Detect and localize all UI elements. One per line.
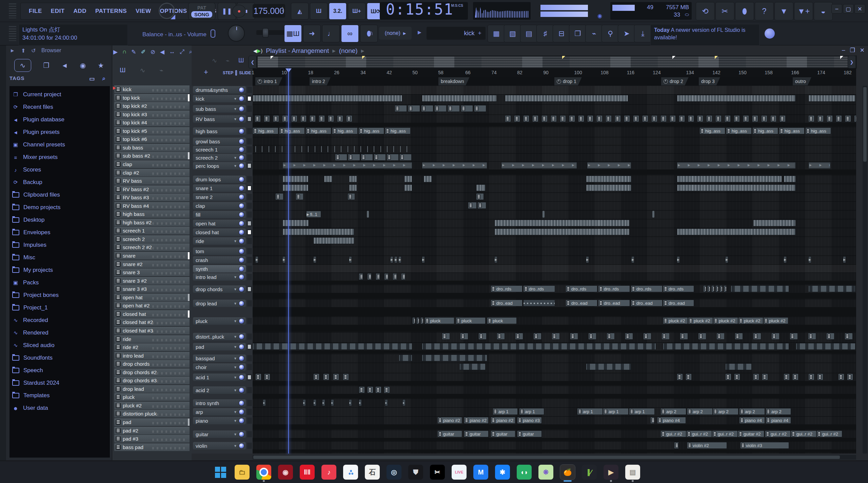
track-header-drop-chords[interactable]: drop chords▼ bbox=[192, 285, 252, 299]
clip[interactable]: ▶ bbox=[313, 256, 316, 263]
clip[interactable] bbox=[337, 115, 343, 122]
clip-hig-ass[interactable]: hig..ass bbox=[726, 127, 752, 134]
pat-label[interactable]: PAT bbox=[197, 5, 206, 11]
clip-guitar-2[interactable]: guitar #2 bbox=[738, 430, 764, 437]
track-lane-synth[interactable] bbox=[253, 265, 856, 273]
track-lane-tom[interactable] bbox=[253, 247, 856, 256]
clip-dro-ead[interactable]: dro..ead bbox=[491, 300, 522, 306]
pattern-top-kick[interactable]: top kick bbox=[114, 94, 190, 102]
globe-icon[interactable] bbox=[765, 28, 775, 39]
track-header-drop-lead[interactable]: drop lead▼ bbox=[192, 299, 252, 317]
track-lane-crash[interactable]: ▶▶▶▶▶▶▶▶▶▶▶▶▶▶▶▶ bbox=[253, 256, 856, 265]
track-dropdown-icon[interactable]: ▼ bbox=[234, 319, 237, 323]
track-dropdown-icon[interactable]: ▼ bbox=[234, 365, 237, 369]
track-header-guitar[interactable]: guitar▼ bbox=[192, 430, 252, 442]
clip[interactable] bbox=[253, 343, 412, 350]
clip[interactable] bbox=[313, 237, 354, 244]
track-lane-pad[interactable] bbox=[253, 343, 856, 354]
clip-arp-2[interactable]: arp 2 bbox=[687, 408, 713, 415]
step-toggle[interactable] bbox=[235, 70, 237, 76]
clip[interactable] bbox=[651, 115, 657, 122]
timeline-ruler[interactable]: 1101826344250586674829010010811612413414… bbox=[253, 68, 856, 78]
clip[interactable]: ▶ bbox=[282, 256, 285, 263]
track-header-clap[interactable]: clap bbox=[192, 202, 252, 210]
browser-item-misc[interactable]: Misc bbox=[12, 253, 107, 263]
clip[interactable] bbox=[686, 374, 692, 380]
clip[interactable] bbox=[313, 399, 316, 406]
track-led[interactable] bbox=[239, 418, 244, 424]
clip[interactable]: ▶ ▶ ▶ ▶ ▶ ▶ ▶ ▶ ▶ ▶ ▶ ▶ ▶ ▶ ▶ ▶ ▶ ▶ ▶ ▶ … bbox=[808, 162, 831, 169]
browser-item-recent-files[interactable]: ⟳Recent files bbox=[12, 102, 107, 112]
clip-violin-3[interactable]: violin #3 bbox=[740, 442, 789, 449]
clip[interactable] bbox=[817, 115, 824, 122]
folder-view-icon[interactable]: ▭ bbox=[89, 75, 95, 82]
clip[interactable] bbox=[677, 95, 796, 102]
playlist-tool-1[interactable]: ∩ bbox=[122, 48, 126, 55]
taskbar-wechat[interactable]: ◖◗ bbox=[517, 465, 532, 480]
track-led[interactable] bbox=[239, 301, 244, 306]
clip[interactable] bbox=[735, 333, 743, 340]
playlist-tool-7[interactable]: ⤢ bbox=[180, 48, 184, 55]
clip-gui-r-2[interactable]: gui..r #2 bbox=[816, 430, 842, 437]
playlist-title[interactable]: ▶ Playlist - Arrangement ▸ (none) ▸ bbox=[253, 47, 364, 55]
track-led[interactable] bbox=[239, 248, 244, 254]
clip[interactable] bbox=[725, 374, 731, 380]
undo-icon[interactable]: ⟲ bbox=[696, 2, 715, 20]
track-dropdown-icon[interactable]: ▼ bbox=[234, 357, 237, 360]
track-led[interactable] bbox=[239, 185, 244, 191]
clip[interactable] bbox=[404, 184, 412, 191]
track-dropdown-icon[interactable]: ▼ bbox=[234, 302, 237, 305]
playlist-restore-button[interactable]: ❐ bbox=[850, 47, 855, 54]
track-header-screech-1[interactable]: screech 1 bbox=[192, 145, 252, 154]
clip-arp-2[interactable]: arp 2 bbox=[739, 408, 765, 415]
marker-drop-3[interactable]: drop 3 bbox=[699, 77, 720, 85]
clip[interactable]: ▶ ▶ ▶ ▶ ▶ ▶ ▶ ▶ ▶ ▶ ▶ ▶ ▶ ▶ ▶ ▶ ▶ ▶ ▶ ▶ … bbox=[501, 162, 577, 169]
browser-tab-0[interactable]: ∿ bbox=[14, 59, 32, 72]
browser-item-soundfonts[interactable]: Soundfonts bbox=[12, 353, 107, 363]
track-header-tom[interactable]: tom bbox=[192, 247, 252, 256]
track-led[interactable] bbox=[239, 274, 244, 280]
clip-arp-2[interactable]: arp 2 bbox=[660, 408, 686, 415]
track-led[interactable] bbox=[239, 194, 244, 200]
pattern-snare-3-3[interactable]: snare 3 #3 bbox=[114, 285, 190, 293]
track-dropdown-icon[interactable]: ▼ bbox=[234, 388, 237, 392]
pattern-open-hat[interactable]: open hat bbox=[114, 294, 190, 302]
track-led[interactable] bbox=[239, 409, 244, 415]
track-lane-pluck[interactable]: pluckpluckpluckpluck #2pluck #2pluck #2p… bbox=[253, 317, 856, 333]
clip[interactable]: ▶ bbox=[784, 256, 787, 263]
track-led[interactable] bbox=[239, 238, 244, 244]
clip[interactable] bbox=[586, 184, 631, 191]
clip[interactable]: ▶ bbox=[586, 256, 589, 263]
minimap-scroll-right[interactable]: ❯ bbox=[848, 56, 856, 68]
marker-drop-2[interactable]: drop 2 bbox=[661, 77, 689, 85]
clip-arp-1[interactable]: arp 1 bbox=[629, 408, 655, 415]
cut-icon[interactable]: ✂ bbox=[715, 2, 734, 20]
clip[interactable] bbox=[505, 115, 511, 122]
track-led[interactable] bbox=[239, 443, 244, 449]
track-dropdown-icon[interactable]: ▼ bbox=[234, 376, 237, 379]
browser-item-speech[interactable]: Speech bbox=[12, 365, 107, 376]
pattern-high-bass[interactable]: high bass bbox=[114, 210, 190, 218]
clip[interactable] bbox=[680, 333, 688, 340]
clip[interactable] bbox=[808, 95, 855, 102]
track-header-kick[interactable]: kick▼ bbox=[192, 95, 252, 105]
track-lane-drop-chords[interactable]: dro..rdsdro..rdsdro..rdsdro..rdsdro..rds… bbox=[253, 285, 856, 299]
wait-input-icon[interactable]: Ш bbox=[310, 3, 328, 20]
clip[interactable] bbox=[476, 184, 486, 191]
track-header-drum-loops[interactable]: drum loops bbox=[192, 175, 252, 184]
clip[interactable]: ▶ bbox=[725, 256, 728, 263]
clip[interactable]: ▶ ▶ ▶ ▶ ▶ ▶ ▶ ▶ ▶ ▶ ▶ ▶ ▶ ▶ ▶ ▶ ▶ ▶ ▶ ▶ … bbox=[422, 162, 487, 169]
track-header-pluck[interactable]: pluck▼ bbox=[192, 317, 252, 333]
taskbar-red-player[interactable]: ◉ bbox=[278, 465, 293, 480]
track-lane-ride[interactable] bbox=[253, 237, 856, 247]
track-dropdown-icon[interactable]: ▼ bbox=[234, 287, 237, 291]
audio-view-icon[interactable]: ∿ bbox=[212, 57, 217, 64]
main-volume-knob[interactable] bbox=[159, 3, 175, 19]
clip[interactable] bbox=[817, 374, 823, 380]
clip-dro-rds[interactable]: dro..rds bbox=[523, 285, 555, 292]
clip-hig-ass[interactable]: hig..ass bbox=[332, 127, 358, 134]
clip[interactable] bbox=[343, 374, 349, 380]
track-header-synth[interactable]: synth bbox=[192, 265, 252, 273]
clip-dro-rds[interactable]: dro..rds bbox=[598, 285, 630, 292]
pattern-top-kick-2[interactable]: top kick #2 bbox=[114, 102, 190, 110]
